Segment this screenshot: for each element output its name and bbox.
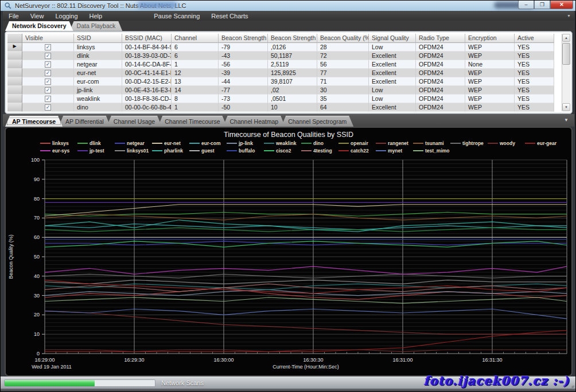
visible-checkbox[interactable]: ✓	[45, 96, 51, 102]
visible-checkbox-cell: ✓	[22, 43, 74, 52]
visible-checkbox[interactable]: ✓	[45, 44, 51, 50]
x-tick-label: 16:31:30	[482, 357, 502, 363]
table-row[interactable]: ✓netgear00-14-6C-DA-8F-A81-562,511956Exc…	[7, 60, 554, 69]
legend-item-guest: guest	[189, 148, 227, 154]
row-header-cell[interactable]	[7, 103, 22, 112]
table-row[interactable]: ✓dino00-00-0c-60-8b-411-501064ExcellentO…	[7, 103, 554, 112]
row-header-cell[interactable]: ▶	[7, 43, 22, 52]
tab-ap-timecourse[interactable]: AP Timecourse	[5, 116, 63, 127]
legend-swatch	[227, 143, 237, 144]
table-row[interactable]: ✓weaklink00-18-F8-36-CD-438-73,050135Low…	[7, 95, 554, 103]
cell-beacon-strength-d: -79	[219, 43, 268, 52]
visible-checkbox[interactable]: ✓	[45, 87, 51, 93]
legend-label: tsunami	[425, 140, 444, 146]
row-header-cell[interactable]	[7, 52, 22, 60]
minimize-button[interactable]: –	[518, 1, 534, 9]
cell-channel: 1	[172, 60, 219, 69]
legend-item-woody: woody	[488, 140, 525, 146]
scroll-up-icon[interactable]: ▲	[562, 34, 570, 42]
column-header-beacon-quality[interactable]: Beacon Quality (%)	[317, 34, 369, 43]
cell-active: YES	[515, 60, 554, 69]
cell-beacon-strength-m: ,0126	[268, 43, 317, 52]
menu-item-help[interactable]: Help	[84, 12, 108, 20]
table-row[interactable]: ▶✓linksys00-14-BF-84-94-926-79,012628Low…	[7, 43, 554, 52]
tab-network-discovery[interactable]: Network Discovery	[5, 21, 73, 31]
cell-bssid-mac: 00-0E-43-16-E3-D7	[122, 86, 172, 95]
cell-channel: 8	[172, 95, 219, 103]
column-header-bssid-mac[interactable]: BSSID (MAC)	[122, 34, 172, 43]
row-header-cell[interactable]	[7, 95, 22, 103]
cell-bssid-mac: 00-18-F8-36-CD-43	[122, 95, 172, 103]
legend-item-linksys01: linksys01	[115, 148, 152, 154]
column-header-active[interactable]: Active	[515, 34, 554, 43]
close-button[interactable]: ✕	[550, 1, 573, 9]
column-header-channel[interactable]: Channel	[172, 34, 219, 43]
legend-label: netgear	[127, 140, 145, 146]
tab-data-playback[interactable]: Data Playback	[70, 21, 123, 31]
cell-channel: 1	[172, 103, 219, 112]
visible-checkbox[interactable]: ✓	[45, 61, 51, 68]
row-header-cell[interactable]	[7, 69, 22, 77]
cell-encryption: WEP	[465, 69, 515, 77]
resize-grip-icon[interactable]: ⸙	[572, 383, 575, 389]
tab-channel-spectrogram[interactable]: Channel Spectrogram	[281, 116, 353, 127]
menu-item-logging[interactable]: Logging	[49, 12, 83, 20]
legend-swatch	[40, 143, 50, 144]
y-tick-label: 70	[34, 215, 40, 221]
column-header-ssid[interactable]: SSID	[74, 34, 122, 43]
tab-channel-timecourse[interactable]: Channel Timecourse	[158, 116, 227, 127]
legend-label: pharlink	[164, 148, 183, 154]
column-header-encryption[interactable]: Encryption	[465, 34, 515, 43]
legend-label: jp-link	[239, 140, 253, 146]
table-scrollbar[interactable]: ▲ ▼	[562, 34, 570, 111]
legend-label: guest	[201, 148, 215, 154]
cell-beacon-strength-m: ,02	[268, 86, 317, 95]
tab-channel-usage[interactable]: Channel Usage	[107, 116, 162, 127]
visible-checkbox[interactable]: ✓	[45, 70, 51, 76]
column-header-radio-type[interactable]: Radio Type	[416, 34, 465, 43]
visible-checkbox[interactable]: ✓	[45, 53, 51, 59]
series-line-test-mimo	[45, 297, 567, 303]
row-header-cell[interactable]	[7, 86, 22, 95]
cell-ssid: eur-com	[74, 77, 122, 86]
table-row[interactable]: ✓dlink00-18-39-03-0D-7B6-4350,118772Exce…	[7, 52, 554, 60]
row-header-cell[interactable]	[7, 77, 22, 86]
table-row[interactable]: ✓eur-com00-0D-42-15-E2-D613-4439,810771E…	[7, 77, 554, 86]
cell-bssid-mac: 00-14-BF-84-94-92	[122, 43, 172, 52]
tab-ap-differential[interactable]: AP Differential	[59, 116, 111, 127]
cell-radio-type: OFDM24	[416, 95, 465, 103]
magnifier-app-icon	[4, 2, 12, 10]
cell-beacon-quality: 71	[317, 77, 369, 86]
column-header-beacon-strength-d[interactable]: Beacon Strength (d...	[219, 34, 268, 43]
legend-item-jp-link: jp-link	[227, 140, 264, 146]
menu-actions: Pause ScanningReset Charts	[148, 12, 254, 20]
column-header-signal-quality[interactable]: Signal Quality	[369, 34, 416, 43]
menu-action-reset-charts[interactable]: Reset Charts	[205, 12, 254, 20]
menu-item-view[interactable]: View	[25, 12, 50, 20]
legend-item-catch22: catch22	[338, 148, 376, 154]
table-row[interactable]: ✓eur-net00-0C-41-14-E1-D512-39125,892577…	[7, 69, 554, 77]
chart-panel: Timecourse of Beacon Qualities by SSID l…	[5, 127, 573, 377]
table-row[interactable]: ✓jp-link00-0E-43-16-E3-D714-77,0230LowOF…	[7, 86, 554, 95]
chevron-down-icon[interactable]: ▼	[564, 117, 569, 123]
tab-channel-heatmap[interactable]: Channel Heatmap	[223, 116, 286, 127]
cell-beacon-strength-d: -77	[219, 86, 268, 95]
visible-checkbox[interactable]: ✓	[45, 104, 51, 111]
column-header-beacon-strength-m[interactable]: Beacon Strength (m...	[268, 34, 317, 43]
scrollbar-thumb[interactable]	[562, 43, 570, 65]
cell-active: YES	[515, 69, 554, 77]
scroll-down-icon[interactable]: ▼	[562, 103, 570, 111]
maximize-button[interactable]: ❐	[534, 1, 550, 9]
cell-radio-type: OFDM24	[416, 77, 465, 86]
legend-swatch	[77, 150, 88, 151]
menu-item-file[interactable]: File	[3, 12, 25, 20]
row-header-cell[interactable]	[7, 60, 22, 69]
legend-swatch	[413, 150, 423, 151]
visible-checkbox[interactable]: ✓	[45, 79, 51, 85]
menu-action-pause-scanning[interactable]: Pause Scanning	[148, 12, 205, 20]
chevron-down-icon[interactable]: ▼	[567, 14, 571, 18]
cell-encryption: WEP	[465, 52, 515, 60]
x-tick-label: 16:29:30	[124, 357, 144, 363]
column-header-visible[interactable]: Visible	[22, 34, 74, 43]
legend-swatch	[264, 150, 274, 151]
